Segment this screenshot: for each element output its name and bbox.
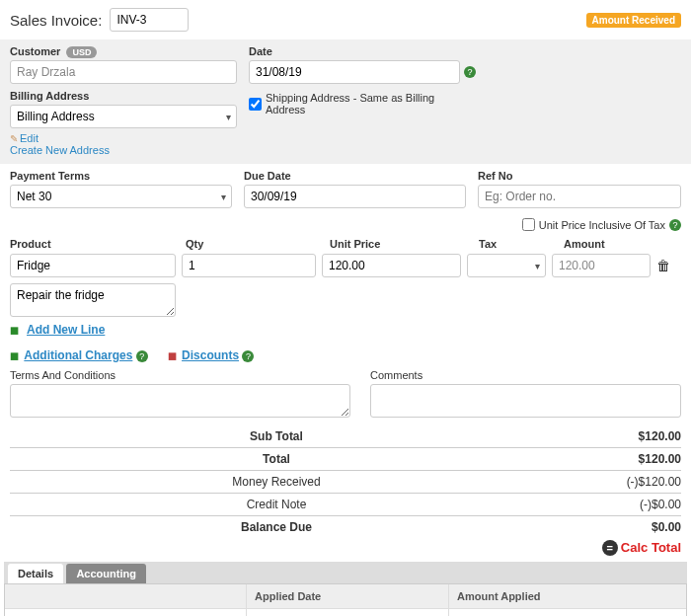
col-product: Product (10, 238, 180, 250)
calc-total-link[interactable]: Calc Total (621, 540, 681, 555)
grid-col-applied-date: Applied Date (247, 584, 449, 608)
line-qty-input[interactable] (182, 254, 316, 277)
line-product-input[interactable] (10, 254, 176, 277)
edit-link[interactable]: Edit (20, 132, 38, 144)
currency-badge: USD (66, 46, 97, 58)
date-label: Date (249, 45, 476, 57)
subtotal-label: Sub Total (10, 429, 582, 443)
payment-terms-label: Payment Terms (10, 170, 232, 182)
calc-icon[interactable]: = (602, 540, 618, 556)
billing-address-label: Billing Address (10, 90, 237, 102)
line-description-input[interactable]: Repair the fridge (10, 283, 176, 317)
col-qty: Qty (186, 238, 324, 250)
grid-applied-date: 31/08/19 (247, 609, 449, 616)
discounts-link[interactable]: Discounts (182, 348, 239, 362)
help-icon[interactable]: ? (136, 350, 148, 362)
customer-label: Customer USD (10, 45, 237, 57)
additional-charges-link[interactable]: Additional Charges (24, 348, 132, 362)
col-tax: Tax (479, 238, 558, 250)
amount-received-badge: Amount Received (586, 13, 681, 28)
line-amount-input (552, 254, 651, 277)
balance-due-value: $0.00 (582, 520, 681, 534)
total-value: $120.00 (582, 452, 681, 466)
plus-icon: ◼ (10, 324, 19, 337)
shipping-same-label: Shipping Address - Same as Billing Addre… (266, 92, 476, 116)
grid-col-blank (5, 584, 247, 608)
total-label: Total (10, 452, 582, 466)
line-tax-select[interactable] (467, 254, 546, 277)
money-received-label: Money Received (10, 475, 582, 489)
date-input[interactable] (249, 60, 460, 84)
payment-terms-select[interactable] (10, 185, 232, 208)
billing-address-select[interactable] (10, 105, 237, 128)
comments-label: Comments (370, 369, 681, 381)
money-received-value: (-)$120.00 (582, 475, 681, 489)
create-address-link[interactable]: Create New Address (10, 144, 110, 156)
subtotal-value: $120.00 (582, 429, 681, 443)
help-icon[interactable]: ? (464, 66, 476, 78)
page-title: Sales Invoice: (10, 12, 102, 29)
col-unitprice: Unit Price (330, 238, 473, 250)
ref-no-input[interactable] (478, 185, 681, 208)
add-new-line-link[interactable]: Add New Line (27, 323, 105, 337)
line-unitprice-input[interactable] (322, 254, 461, 277)
plus-icon: ◼ (10, 349, 19, 361)
credit-note-value: (-)$0.00 (582, 498, 681, 511)
help-icon[interactable]: ? (669, 219, 681, 231)
shipping-same-checkbox[interactable] (249, 98, 262, 111)
unit-price-inclusive-checkbox[interactable] (522, 218, 535, 231)
ref-no-label: Ref No (478, 170, 681, 182)
tc-textarea[interactable] (10, 384, 350, 418)
help-icon[interactable]: ? (242, 350, 254, 362)
unit-price-inclusive-label: Unit Price Inclusive Of Tax (539, 219, 665, 231)
grid-col-amount-applied: Amount Applied (449, 584, 686, 608)
delete-line-icon[interactable]: 🗑 (656, 258, 670, 273)
tab-details[interactable]: Details (8, 564, 63, 583)
grid-amount-applied: $120.00 (449, 609, 686, 616)
tc-label: Terms And Conditions (10, 369, 350, 381)
comments-textarea[interactable] (370, 384, 681, 418)
due-date-label: Due Date (244, 170, 466, 182)
invoice-no-input[interactable] (110, 8, 189, 32)
due-date-input[interactable] (244, 185, 466, 208)
credit-note-label: Credit Note (10, 498, 582, 511)
customer-input[interactable] (10, 60, 237, 84)
balance-due-label: Balance Due (10, 520, 582, 534)
col-amount: Amount (564, 238, 662, 250)
tab-accounting[interactable]: Accounting (66, 564, 146, 583)
minus-icon: ◼ (168, 349, 177, 361)
edit-icon: ✎ (10, 133, 18, 144)
